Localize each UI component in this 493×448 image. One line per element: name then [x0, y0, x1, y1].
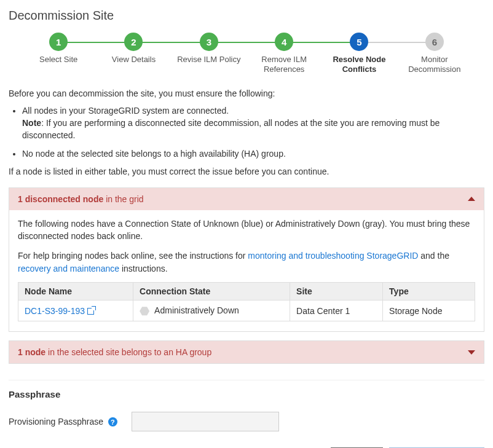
col-connection-state: Connection State [133, 282, 290, 300]
step-label: Resolve Node Conflicts [325, 55, 393, 75]
passphrase-heading: Passphrase [9, 389, 484, 399]
cell-type: Storage Node [383, 300, 475, 321]
step-resolve-conflicts[interactable]: 5 Resolve Node Conflicts [321, 33, 396, 75]
panel-title-strong: 1 disconnected node [18, 194, 103, 204]
note-label: Note [22, 118, 41, 128]
intro-bullet-connected: All nodes in your StorageGRID system are… [22, 104, 484, 142]
cell-site: Data Center 1 [290, 300, 383, 321]
link-recovery-maintenance[interactable]: recovery and maintenance [18, 264, 119, 273]
passphrase-input[interactable] [132, 412, 279, 431]
cell-connection-state: Administratively Down [133, 300, 290, 321]
step-connector [133, 42, 208, 43]
col-node-name: Node Name [18, 282, 133, 300]
step-connector [209, 42, 284, 43]
disconnected-nodes-table: Node Name Connection State Site Type DC1… [18, 282, 475, 321]
passphrase-label-text: Provisioning Passphrase [9, 417, 103, 426]
state-text: Administratively Down [154, 305, 239, 315]
external-link-icon [87, 308, 94, 315]
step-connector [58, 42, 133, 43]
node-link[interactable]: DC1-S3-99-193 [25, 306, 85, 316]
step-number: 4 [275, 33, 293, 51]
step-number: 2 [124, 33, 143, 51]
step-remove-ilm-refs[interactable]: 4 Remove ILM References [246, 33, 321, 75]
col-site: Site [290, 282, 383, 300]
step-number: 3 [200, 33, 218, 51]
step-revise-ilm[interactable]: 3 Revise ILM Policy [172, 33, 246, 75]
passphrase-label: Provisioning Passphrase ? [9, 417, 132, 427]
step-select-site[interactable]: 1 Select Site [21, 33, 96, 75]
intro-list: All nodes in your StorageGRID system are… [22, 104, 484, 160]
step-connector [359, 42, 434, 43]
panel-title-strong: 1 node [18, 347, 45, 357]
step-number: 1 [49, 33, 68, 51]
section-divider [9, 380, 484, 380]
bullet-text: All nodes in your StorageGRID system are… [22, 106, 229, 116]
step-label: Revise ILM Policy [177, 55, 240, 65]
disconnected-desc-1: The following nodes have a Connection St… [18, 218, 475, 243]
text-fragment: and the [418, 251, 449, 261]
text-fragment: For help bringing nodes back online, see… [18, 251, 248, 261]
step-view-details[interactable]: 2 View Details [96, 33, 171, 75]
step-connector [284, 42, 359, 43]
panel-title-rest: in the selected site belongs to an HA gr… [45, 347, 211, 357]
disconnected-desc-2: For help bringing nodes back online, see… [18, 250, 475, 275]
table-row: DC1-S3-99-193 Administratively Down Data… [18, 300, 475, 321]
panel-disconnected-title: 1 disconnected node in the grid [18, 194, 144, 204]
cell-node-name: DC1-S3-99-193 [18, 300, 133, 321]
passphrase-row: Provisioning Passphrase ? [9, 412, 484, 431]
intro-bullet-ha: No node at the selected site belongs to … [22, 147, 484, 160]
col-type: Type [383, 282, 475, 300]
text-fragment: instructions. [119, 264, 168, 273]
panel-ha-header[interactable]: 1 node in the selected site belongs to a… [9, 341, 484, 363]
link-monitoring-troubleshooting[interactable]: montoring and troubleshooting StorageGRI… [248, 251, 418, 261]
admin-down-icon [140, 306, 149, 316]
panel-disconnected-nodes: 1 disconnected node in the grid The foll… [9, 187, 484, 332]
panel-title-rest: in the grid [103, 194, 143, 204]
step-label: Monitor Decommission [401, 55, 468, 75]
step-label: Select Site [39, 55, 77, 65]
step-number: 5 [350, 33, 368, 51]
intro-mustfix: If a node is listed in either table, you… [9, 167, 484, 176]
intro-lead: Before you can decommission the site, yo… [9, 88, 484, 98]
step-label: Remove ILM References [250, 55, 318, 75]
panel-disconnected-header[interactable]: 1 disconnected node in the grid [9, 188, 484, 210]
help-icon[interactable]: ? [108, 417, 117, 426]
step-tracker: 1 Select Site 2 View Details 3 Revise IL… [21, 33, 472, 75]
panel-ha-group: 1 node in the selected site belongs to a… [9, 340, 484, 364]
chevron-down-icon [468, 350, 475, 355]
chevron-up-icon [468, 197, 475, 201]
step-label: View Details [112, 55, 156, 65]
panel-ha-title: 1 node in the selected site belongs to a… [18, 347, 211, 357]
panel-disconnected-body: The following nodes have a Connection St… [9, 210, 484, 331]
step-number: 6 [425, 33, 444, 51]
page-title: Decommission Site [9, 9, 484, 23]
step-monitor: 6 Monitor Decommission [397, 33, 472, 75]
note-text: : If you are performing a disconnected s… [22, 118, 440, 140]
